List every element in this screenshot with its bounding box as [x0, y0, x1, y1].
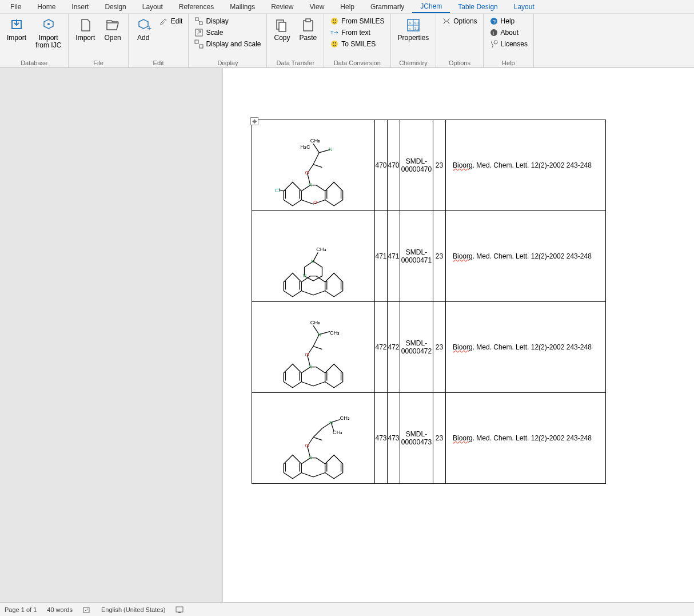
num-cell[interactable]: 23 — [433, 393, 446, 484]
svg-point-31 — [494, 41, 497, 44]
from-text-button[interactable]: TFrom text — [329, 27, 372, 38]
menu-tab-home[interactable]: Home — [29, 1, 63, 13]
num-cell[interactable]: 23 — [433, 302, 446, 393]
svg-line-38 — [313, 153, 319, 165]
svg-text:N: N — [317, 332, 321, 337]
ribbon-group-data-conversion: From SMILESTFrom textTo SMILESData Conve… — [324, 14, 390, 67]
button-label: Open — [104, 34, 121, 42]
id2-cell[interactable]: 472 — [388, 302, 400, 393]
num-cell[interactable]: 23 — [433, 120, 446, 211]
import-file-button[interactable]: Import — [73, 16, 97, 43]
button-label: Copy — [274, 34, 290, 42]
licenses-icon — [489, 39, 498, 49]
import-ijc-button[interactable]: Importfrom IJC — [33, 16, 63, 50]
add-button[interactable]: +Add — [133, 16, 154, 43]
from-smiles-button[interactable]: From SMILES — [329, 16, 385, 26]
id2-cell[interactable]: 470 — [388, 120, 400, 211]
options-button[interactable]: Options — [441, 16, 478, 26]
code-cell[interactable]: SMDL-00000471 — [400, 211, 433, 302]
menu-tab-view[interactable]: View — [302, 1, 333, 13]
menu-tab-layout[interactable]: Layout — [134, 1, 171, 13]
reference-cell[interactable]: Bioorg. Med. Chem. Lett. 12(2)-2002 243-… — [446, 120, 606, 211]
options-icon — [442, 17, 451, 26]
menu-tab-mailings[interactable]: Mailings — [222, 1, 263, 13]
ribbon-group-options: OptionsOptions — [436, 14, 483, 67]
svg-marker-35 — [325, 182, 343, 206]
structure-cell[interactable]: CH₃CH₃NON — [252, 393, 375, 484]
menu-tab-design[interactable]: Design — [97, 1, 134, 13]
menu-tab-layout[interactable]: Layout — [506, 1, 543, 13]
about-icon: i — [489, 28, 498, 37]
id2-cell[interactable]: 471 — [388, 211, 400, 302]
group-label: Edit — [153, 59, 164, 66]
open-button[interactable]: Open — [102, 16, 123, 43]
language-indicator[interactable]: English (United States) — [101, 606, 166, 613]
svg-text:T: T — [330, 30, 334, 35]
button-label: From text — [341, 29, 370, 37]
chemistry-table[interactable]: CH₃H₃CNONOCl470470SMDL-0000047023Bioorg.… — [252, 120, 606, 484]
button-label: Display — [206, 17, 228, 25]
menu-tab-grammarly[interactable]: Grammarly — [362, 1, 412, 13]
id1-cell[interactable]: 473 — [375, 393, 388, 484]
svg-point-14 — [333, 19, 334, 21]
menu-tab-references[interactable]: References — [171, 1, 222, 13]
import-button[interactable]: Import — [5, 16, 29, 43]
table-row[interactable]: CH₃CH₃NON473473SMDL-0000047323Bioorg. Me… — [252, 393, 606, 484]
structure-cell[interactable]: CH₃H₃CNONOCl — [252, 120, 375, 211]
svg-text:N: N — [309, 455, 313, 460]
reference-cell[interactable]: Bioorg. Med. Chem. Lett. 12(2)-2002 243-… — [446, 393, 606, 484]
svg-text:CH₃: CH₃ — [330, 330, 340, 336]
structure-cell[interactable]: NNCH₃ — [252, 211, 375, 302]
display-button[interactable]: Display — [193, 16, 229, 26]
code-cell[interactable]: SMDL-00000472 — [400, 302, 433, 393]
menu-tab-table-design[interactable]: Table Design — [450, 1, 505, 13]
paste-button[interactable]: Paste — [297, 16, 320, 43]
svg-text:O: O — [313, 200, 317, 205]
about-button[interactable]: iAbout — [488, 27, 520, 38]
svg-text:H₃C: H₃C — [300, 144, 310, 150]
licenses-button[interactable]: Licenses — [488, 39, 529, 49]
reference-cell[interactable]: Bioorg. Med. Chem. Lett. 12(2)-2002 243-… — [446, 302, 606, 393]
button-label: To SMILES — [341, 40, 376, 48]
svg-marker-55 — [305, 261, 322, 281]
svg-point-19 — [335, 42, 336, 43]
menu-tab-review[interactable]: Review — [263, 1, 301, 13]
properties-button[interactable]: A0.4x3.1Properties — [396, 16, 432, 43]
edit-button[interactable]: Edit — [158, 16, 184, 26]
ribbon-group-help: ?HelpiAboutLicensesHelp — [484, 14, 534, 67]
code-cell[interactable]: SMDL-00000473 — [400, 393, 433, 484]
reference-cell[interactable]: Bioorg. Med. Chem. Lett. 12(2)-2002 243-… — [446, 211, 606, 302]
menu-tab-file[interactable]: File — [2, 1, 29, 13]
button-label: Import — [75, 34, 95, 42]
menu-tab-insert[interactable]: Insert — [63, 1, 97, 13]
code-cell[interactable]: SMDL-00000470 — [400, 120, 433, 211]
id1-cell[interactable]: 470 — [375, 120, 388, 211]
help-button[interactable]: ?Help — [488, 16, 516, 26]
proofing-icon[interactable] — [83, 606, 91, 614]
table-row[interactable]: CH₃CH₃NON472472SMDL-0000047223Bioorg. Me… — [252, 302, 606, 393]
display-scale-button[interactable]: Display and Scale — [193, 39, 262, 49]
document-area: ✥ CH₃H₃CNONOCl470470SMDL-0000047023Bioor… — [0, 68, 694, 602]
page-indicator[interactable]: Page 1 of 1 — [5, 606, 37, 613]
scale-button[interactable]: Scale — [193, 27, 224, 38]
ribbon-group-file: ImportOpenFile — [69, 14, 128, 67]
ribbon: ImportImportfrom IJCDatabaseImportOpenFi… — [0, 14, 694, 68]
open-icon — [105, 17, 121, 33]
menu-tab-help[interactable]: Help — [332, 1, 362, 13]
button-label: Display and Scale — [206, 40, 261, 48]
word-count[interactable]: 40 words — [47, 606, 73, 613]
to-smiles-button[interactable]: To SMILES — [329, 39, 377, 49]
num-cell[interactable]: 23 — [433, 211, 446, 302]
display-settings-icon[interactable] — [176, 606, 184, 614]
table-row[interactable]: CH₃H₃CNONOCl470470SMDL-0000047023Bioorg.… — [252, 120, 606, 211]
structure-cell[interactable]: CH₃CH₃NON — [252, 302, 375, 393]
table-row[interactable]: NNCH₃471471SMDL-0000047123Bioorg. Med. C… — [252, 211, 606, 302]
id1-cell[interactable]: 472 — [375, 302, 388, 393]
svg-marker-74 — [284, 455, 301, 479]
id2-cell[interactable]: 473 — [388, 393, 400, 484]
menu-tab-jchem[interactable]: JChem — [412, 1, 450, 13]
id1-cell[interactable]: 471 — [375, 211, 388, 302]
button-label: Options — [453, 17, 477, 25]
copy-button[interactable]: Copy — [272, 16, 292, 43]
svg-point-13 — [331, 18, 338, 25]
